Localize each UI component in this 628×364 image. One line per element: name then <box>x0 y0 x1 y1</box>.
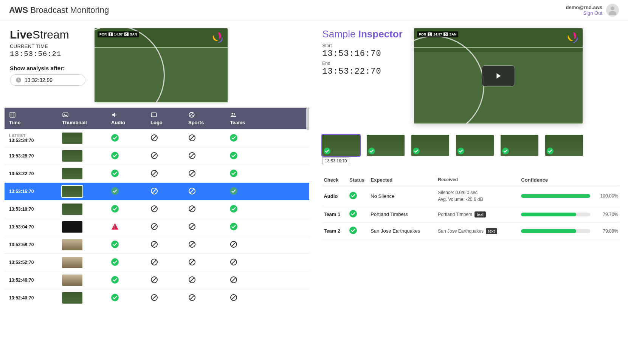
strip-item[interactable] <box>456 135 494 164</box>
check-name: Audio <box>324 193 349 199</box>
row-time: 13:53:10:70 <box>9 207 34 212</box>
cell-teams <box>230 258 260 267</box>
table-row[interactable]: 13:52:40:70 <box>5 289 309 307</box>
cell-audio <box>111 241 150 249</box>
inspector-preview[interactable]: POR1 14:57 0SAN <box>414 28 583 123</box>
received-tag: text <box>474 211 486 217</box>
logo-icon <box>150 111 157 118</box>
play-button[interactable] <box>482 65 515 86</box>
app-header: AWS Broadcast Monitoring demo@rnd.aws Si… <box>0 0 628 21</box>
check-row: Audio No Silence Silence: 0.0/6.0 secAvg… <box>322 186 620 206</box>
cell-sports <box>188 294 230 302</box>
strip-thumbnail[interactable] <box>411 135 449 156</box>
table-body[interactable]: LATEST13:53:34:70 13:53:28:70 13:53:22:7… <box>5 129 309 307</box>
row-thumbnail[interactable] <box>62 221 82 233</box>
row-thumbnail[interactable] <box>62 133 82 144</box>
row-time: 13:53:04:70 <box>9 224 34 230</box>
table-row[interactable]: 13:53:16:70 <box>5 182 309 200</box>
cell-teams <box>230 170 260 178</box>
scorebug: POR1 14:57 0SAN <box>98 31 139 37</box>
not-analyzed-icon <box>230 276 237 284</box>
livestream-title: LiveStream <box>10 28 85 41</box>
received-value: Portland Timbers <box>438 212 472 217</box>
check-icon <box>111 258 119 266</box>
row-thumbnail[interactable] <box>62 239 82 250</box>
check-icon <box>324 148 330 154</box>
start-time: 13:53:16:70 <box>322 49 402 59</box>
analysis-time-input-wrap[interactable] <box>10 74 85 86</box>
cell-teams <box>230 152 260 160</box>
cell-sports <box>188 134 230 143</box>
table-row[interactable]: 13:53:04:70 <box>5 218 309 236</box>
row-time: 13:53:16:70 <box>9 189 34 194</box>
analysis-table: Time Thumbnail Audio Logo Sports Teams L… <box>5 108 309 307</box>
check-confidence: 79.70% <box>521 212 618 217</box>
row-thumbnail[interactable] <box>62 275 82 286</box>
check-expected: Portland Timbers <box>371 211 438 217</box>
sign-out-link[interactable]: Sign Out <box>583 10 602 16</box>
strip-time-label: 13:53:16:70 <box>322 157 349 164</box>
cell-audio <box>111 205 150 214</box>
not-analyzed-icon <box>188 276 196 284</box>
check-icon <box>349 192 357 199</box>
cell-logo <box>150 241 188 249</box>
table-row[interactable]: 13:52:58:70 <box>5 236 309 253</box>
row-thumbnail[interactable] <box>62 257 82 268</box>
table-row[interactable]: 13:52:46:70 <box>5 271 309 289</box>
strip-thumbnail[interactable] <box>456 135 494 156</box>
scrollbar[interactable] <box>306 108 309 130</box>
cell-audio <box>111 187 150 196</box>
strip-thumbnail[interactable] <box>545 135 583 156</box>
row-time: 13:53:22:70 <box>9 171 34 176</box>
confidence-bar <box>521 229 590 233</box>
not-analyzed-icon <box>188 134 196 142</box>
cell-sports <box>188 152 230 160</box>
not-analyzed-icon <box>150 187 158 195</box>
row-time: 13:53:28:70 <box>9 153 34 159</box>
table-row[interactable]: 13:53:28:70 <box>5 147 309 165</box>
brand-bold: AWS <box>9 5 28 15</box>
check-icon <box>230 170 237 177</box>
cell-logo <box>150 294 188 302</box>
strip-thumbnail[interactable] <box>322 135 360 156</box>
check-row: Team 1 Portland Timbers Portland Timbers… <box>322 206 620 223</box>
row-thumbnail[interactable] <box>62 150 82 162</box>
cell-sports <box>188 223 230 231</box>
live-preview[interactable]: POR1 14:57 0SAN <box>95 28 228 102</box>
table-row[interactable]: 13:53:22:70 <box>5 165 309 182</box>
check-confidence: 79.89% <box>521 228 618 234</box>
strip-item[interactable] <box>545 135 583 164</box>
strip-item[interactable] <box>411 135 449 164</box>
film-icon <box>9 111 16 118</box>
channel-logo-icon <box>211 31 224 44</box>
table-row[interactable]: 13:52:52:70 <box>5 253 309 271</box>
table-row[interactable]: 13:53:10:70 <box>5 200 309 218</box>
row-thumbnail[interactable] <box>62 292 82 304</box>
check-icon <box>349 227 357 234</box>
not-analyzed-icon <box>188 223 196 230</box>
cell-logo <box>150 223 188 231</box>
table-row[interactable]: LATEST13:53:34:70 <box>5 129 309 147</box>
strip-item[interactable] <box>501 135 538 164</box>
row-thumbnail[interactable] <box>62 186 82 197</box>
strip-thumbnail[interactable] <box>501 135 538 156</box>
received-value: Silence: 0.0/6.0 sec <box>438 190 478 195</box>
check-row: Team 2 San Jose Earthquakes San Jose Ear… <box>322 223 620 239</box>
confidence-pct: 100.00% <box>595 193 618 199</box>
row-thumbnail[interactable] <box>62 204 82 215</box>
cell-teams <box>230 294 260 302</box>
check-icon <box>111 187 119 195</box>
strip-item[interactable]: 13:53:16:70 <box>322 135 360 164</box>
check-icon <box>457 148 464 154</box>
strip-item[interactable] <box>367 135 405 164</box>
avatar[interactable] <box>606 4 619 17</box>
analysis-time-input[interactable] <box>25 77 78 83</box>
svg-rect-9 <box>10 112 15 117</box>
row-time: 13:52:46:70 <box>9 278 34 283</box>
strip-thumbnail[interactable] <box>367 135 405 156</box>
check-icon <box>111 152 119 159</box>
latest-badge: LATEST <box>9 134 62 138</box>
teams-icon <box>230 111 237 118</box>
row-thumbnail[interactable] <box>62 168 82 179</box>
not-analyzed-icon <box>188 205 196 213</box>
